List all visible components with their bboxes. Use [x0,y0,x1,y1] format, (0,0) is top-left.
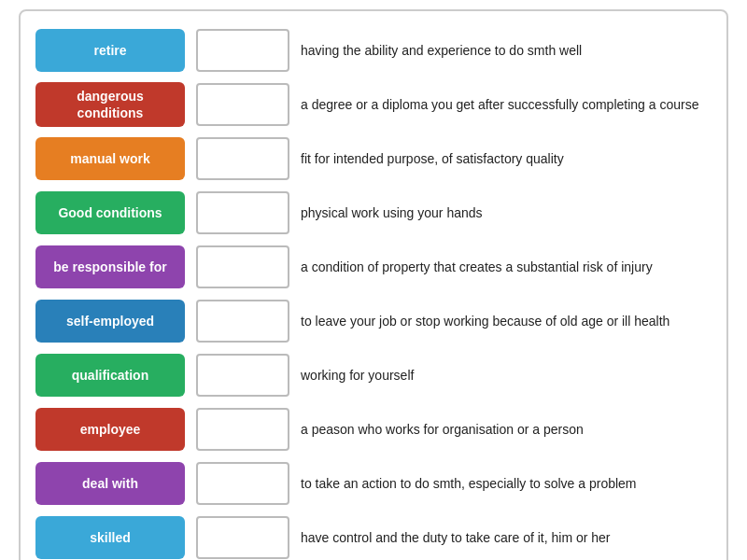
answer-box-skilled[interactable] [196,516,289,559]
answer-box-retire[interactable] [196,29,289,72]
term-button-self-employed[interactable]: self-employed [35,300,185,343]
matching-row: manual workfit for intended purpose, of … [35,134,712,183]
definition-qualification: working for yourself [301,366,712,385]
term-button-good-conditions[interactable]: Good conditions [35,191,185,234]
matching-row: Good conditionsphysical work using your … [35,189,712,237]
definition-skilled: have control and the duty to take care o… [301,528,712,548]
matching-row: deal withto take an action to do smth, e… [35,459,712,508]
term-button-be-responsible-for[interactable]: be responsible for [35,245,185,288]
term-button-manual-work[interactable]: manual work [35,137,185,180]
answer-box-dangerous-conditions[interactable] [196,83,289,126]
term-button-employee[interactable]: employee [35,408,185,451]
matching-row: employeea peason who works for organisat… [35,405,712,454]
definition-self-employed: to leave your job or stop working becaus… [301,312,712,331]
answer-box-manual-work[interactable] [196,137,289,180]
matching-row: self-employedto leave your job or stop w… [35,297,712,345]
definition-deal-with: to take an action to do smth, especially… [301,474,712,494]
definition-retire: having the ability and experience to do … [301,41,712,61]
matching-row: retirehaving the ability and experience … [35,26,712,75]
answer-box-deal-with[interactable] [196,462,289,505]
term-button-retire[interactable]: retire [35,29,185,72]
term-button-deal-with[interactable]: deal with [35,462,185,505]
definition-be-responsible-for: a condition of property that creates a s… [301,258,712,277]
definition-employee: a peason who works for organisation or a… [301,420,712,440]
term-button-skilled[interactable]: skilled [35,516,185,559]
matching-row: be responsible fora condition of propert… [35,243,712,291]
term-button-qualification[interactable]: qualification [35,354,185,397]
answer-box-qualification[interactable] [196,354,289,397]
answer-box-be-responsible-for[interactable] [196,245,289,288]
definition-manual-work: fit for intended purpose, of satisfactor… [301,149,712,169]
answer-box-self-employed[interactable] [196,300,289,343]
definition-good-conditions: physical work using your hands [301,203,712,223]
answer-box-employee[interactable] [196,408,289,451]
answer-box-good-conditions[interactable] [196,191,289,234]
matching-row: dangerous conditionsa degree or a diplom… [35,80,712,129]
definition-dangerous-conditions: a degree or a diploma you get after succ… [301,95,712,115]
matching-exercise: retirehaving the ability and experience … [19,9,728,560]
matching-row: qualificationworking for yourself [35,351,712,399]
term-button-dangerous-conditions[interactable]: dangerous conditions [35,82,185,127]
matching-row: skilledhave control and the duty to take… [35,513,712,560]
